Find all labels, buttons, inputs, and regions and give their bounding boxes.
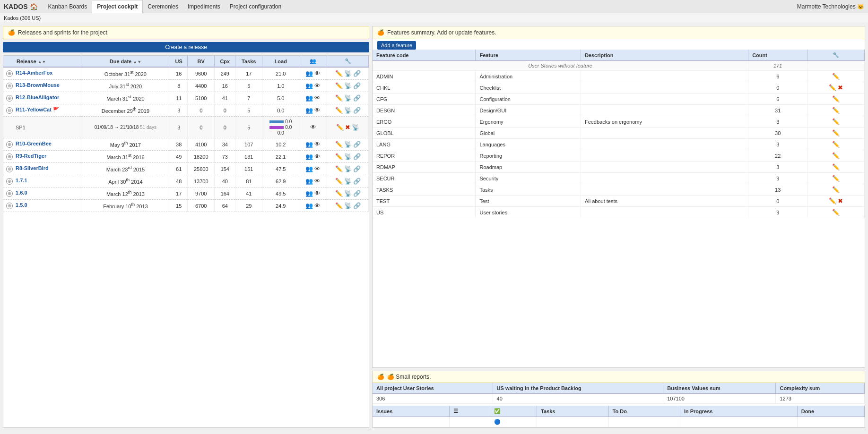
link-icon[interactable]: 🔗	[353, 153, 361, 160]
link-icon[interactable]: 🔗	[353, 70, 361, 77]
release-link[interactable]: R14-AmberFox	[16, 70, 52, 76]
delete-icon[interactable]: ✖	[838, 197, 843, 204]
nav-kanban-boards[interactable]: Kanban Boards	[43, 0, 92, 13]
edit-icon[interactable]: ✏️	[829, 84, 836, 91]
link-icon[interactable]: 🔗	[353, 94, 361, 102]
team-icon[interactable]: 👥	[305, 94, 313, 102]
eye-icon[interactable]: 👁	[310, 124, 316, 131]
edit-icon[interactable]: ✏️	[832, 186, 840, 193]
link-icon[interactable]: 🔗	[353, 190, 361, 197]
team-icon[interactable]: 👥	[305, 165, 313, 172]
edit-icon[interactable]: ✏️	[832, 129, 840, 136]
nav-project-config[interactable]: Project configuration	[225, 0, 286, 13]
eye-icon[interactable]: 👁	[314, 202, 321, 209]
home-icon[interactable]: 🏠	[30, 3, 38, 10]
team-icon[interactable]: 👥	[305, 82, 313, 89]
team-icon[interactable]: 👥	[305, 141, 313, 148]
row-actions-cell: ✏️ 📡 🔗	[327, 92, 369, 104]
expand-icon[interactable]: ⊕	[6, 203, 13, 209]
release-link[interactable]: 1.5.0	[16, 202, 27, 208]
edit-icon[interactable]: ✏️	[832, 118, 840, 125]
nav-project-cockpit[interactable]: Project cockpit	[92, 0, 143, 13]
expand-icon[interactable]: ⊕	[6, 70, 13, 77]
edit-icon[interactable]: ✏️	[832, 107, 840, 114]
edit-icon[interactable]: ✏️	[335, 141, 343, 148]
expand-icon[interactable]: ⊕	[6, 166, 13, 172]
link-icon[interactable]: 🔗	[353, 141, 361, 148]
rss-icon[interactable]: 📡	[352, 124, 359, 131]
add-feature-button[interactable]: Add a feature	[377, 41, 416, 50]
edit-icon[interactable]: ✏️	[335, 153, 343, 160]
expand-icon[interactable]: ⊕	[6, 178, 13, 185]
edit-icon[interactable]: ✏️	[832, 175, 840, 182]
link-icon[interactable]: 🔗	[353, 107, 361, 114]
release-link[interactable]: 1.6.0	[16, 190, 27, 196]
link-icon[interactable]: 🔗	[353, 202, 361, 209]
edit-icon[interactable]: ✏️	[832, 209, 840, 216]
team-actions-cell: 👥 👁	[299, 92, 327, 104]
expand-icon[interactable]: ⊕	[6, 83, 13, 89]
team-icon[interactable]: 👥	[305, 153, 313, 160]
edit-icon[interactable]: ✏️	[335, 94, 343, 102]
team-icon[interactable]: 👥	[305, 178, 313, 185]
rss-icon[interactable]: 📡	[344, 165, 352, 172]
delete-icon[interactable]: ✖	[838, 84, 843, 91]
expand-icon[interactable]: ⊕	[6, 95, 13, 102]
link-icon[interactable]: 🔗	[353, 165, 361, 172]
rss-icon[interactable]: 📡	[344, 202, 352, 209]
edit-icon[interactable]: ✏️	[335, 190, 343, 197]
team-icon[interactable]: 👥	[305, 107, 313, 114]
link-icon[interactable]: 🔗	[353, 82, 361, 89]
rss-icon[interactable]: 📡	[344, 94, 352, 102]
release-link[interactable]: 1.7.1	[16, 178, 27, 183]
edit-icon[interactable]: ✏️	[832, 141, 840, 148]
create-release-button[interactable]: Create a release	[3, 42, 369, 52]
edit-icon[interactable]: ✏️	[832, 152, 840, 159]
edit-icon[interactable]: ✏️	[335, 178, 343, 185]
rss-icon[interactable]: 📡	[344, 190, 352, 197]
eye-icon[interactable]: 👁	[314, 141, 321, 148]
team-icon[interactable]: 👥	[305, 190, 313, 197]
nav-impediments[interactable]: Impediments	[183, 0, 225, 13]
edit-icon[interactable]: ✏️	[832, 73, 840, 80]
eye-icon[interactable]: 👁	[314, 82, 321, 89]
edit-icon[interactable]: ✏️	[829, 197, 836, 204]
edit-icon[interactable]: ✏️	[335, 107, 343, 114]
rss-icon[interactable]: 📡	[344, 141, 352, 148]
release-link[interactable]: R11-YellowCat	[16, 107, 52, 112]
rss-icon[interactable]: 📡	[344, 70, 352, 77]
nav-ceremonies[interactable]: Ceremonies	[143, 0, 183, 13]
eye-icon[interactable]: 👁	[314, 165, 321, 172]
edit-icon[interactable]: ✏️	[832, 163, 840, 170]
eye-icon[interactable]: 👁	[314, 178, 321, 185]
team-icon[interactable]: 👥	[305, 202, 313, 209]
edit-icon[interactable]: ✏️	[335, 165, 343, 172]
eye-icon[interactable]: 👁	[314, 153, 321, 160]
release-name-cell: ⊕ R13-BrownMouse	[3, 80, 81, 92]
release-link[interactable]: R10-GreenBee	[16, 141, 52, 146]
edit-icon[interactable]: ✏️	[335, 82, 343, 89]
eye-icon[interactable]: 👁	[314, 94, 321, 102]
release-link[interactable]: R9-RedTiger	[16, 153, 46, 159]
eye-icon[interactable]: 👁	[314, 70, 321, 77]
eye-icon[interactable]: 👁	[314, 107, 321, 114]
expand-icon[interactable]: ⊕	[6, 190, 13, 197]
release-link[interactable]: R8-SilverBird	[16, 165, 49, 171]
expand-icon[interactable]: ⊕	[6, 153, 13, 160]
rss-icon[interactable]: 📡	[344, 153, 352, 160]
edit-icon[interactable]: ✏️	[832, 95, 840, 102]
link-icon[interactable]: 🔗	[353, 178, 361, 185]
release-link[interactable]: R13-BrownMouse	[16, 82, 60, 88]
expand-icon[interactable]: ⊖	[6, 107, 13, 114]
eye-icon[interactable]: 👁	[314, 190, 321, 197]
release-link[interactable]: R12-BlueAlligator	[16, 94, 59, 100]
edit-icon[interactable]: ✏️	[336, 124, 344, 131]
rss-icon[interactable]: 📡	[344, 107, 352, 114]
rss-icon[interactable]: 📡	[344, 178, 352, 185]
rss-icon[interactable]: 📡	[344, 82, 352, 89]
expand-icon[interactable]: ⊕	[6, 141, 13, 148]
edit-icon[interactable]: ✏️	[335, 202, 343, 209]
team-icon[interactable]: 👥	[305, 70, 313, 77]
delete-icon[interactable]: ✖	[345, 124, 350, 131]
edit-icon[interactable]: ✏️	[335, 70, 343, 77]
